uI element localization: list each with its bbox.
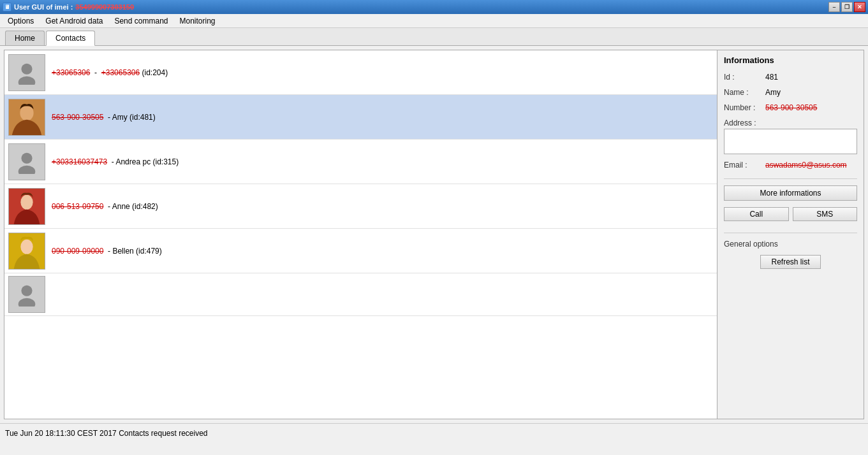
- info-address-box: [724, 129, 857, 154]
- divider: [724, 178, 857, 179]
- status-text: Tue Jun 20 18:11:30 CEST 2017 Contacts r…: [5, 429, 208, 438]
- avatar: [8, 276, 45, 313]
- menu-send-command[interactable]: Send command: [109, 15, 173, 27]
- info-id-label: Id :: [724, 73, 765, 82]
- svg-point-3: [20, 105, 33, 120]
- close-button[interactable]: ✕: [854, 2, 865, 12]
- info-email-row: Email : aswadams0@asus.com: [724, 161, 857, 170]
- contact-list-scroll[interactable]: +33065306 - +33065306 (id:204): [4, 50, 717, 419]
- avatar: [8, 54, 45, 91]
- main-content: +33065306 - +33065306 (id:204): [0, 46, 868, 423]
- info-panel: Informations Id : 481 Name : Amy Number …: [717, 50, 864, 419]
- menu-get-android-data[interactable]: Get Android data: [40, 15, 108, 27]
- app-icon: 🖥: [3, 3, 11, 11]
- contact-label: +303316037473 - Andrea pc (id:315): [52, 157, 179, 166]
- info-number-row: Number : 563-900-30505: [724, 103, 857, 112]
- svg-point-10: [20, 239, 33, 254]
- list-item[interactable]: 006-513-09750 - Anne (id:482): [4, 184, 717, 229]
- menu-options[interactable]: Options: [3, 15, 39, 27]
- title-label: User GUI of imei :: [14, 3, 73, 11]
- contact-label: 090-009-09000 - Bellen (id:479): [52, 247, 162, 256]
- menu-bar: Options Get Android data Send command Mo…: [0, 14, 868, 28]
- avatar: [8, 188, 45, 225]
- svg-point-5: [21, 152, 32, 163]
- amy-avatar-icon: [9, 99, 45, 135]
- info-name-value: Amy: [765, 88, 781, 97]
- minimize-button[interactable]: –: [828, 2, 840, 12]
- svg-point-1: [18, 76, 36, 84]
- info-number-value: 563-900-30505: [765, 103, 817, 112]
- menu-monitoring[interactable]: Monitoring: [174, 15, 220, 27]
- svg-point-6: [18, 165, 36, 173]
- list-item[interactable]: 563-900-30505 - Amy (id:481): [4, 95, 717, 140]
- restore-button[interactable]: ❐: [841, 2, 853, 12]
- more-info-button[interactable]: More informations: [724, 185, 857, 201]
- avatar: [8, 143, 45, 180]
- avatar: [8, 99, 45, 136]
- list-item[interactable]: +303316037473 - Andrea pc (id:315): [4, 140, 717, 184]
- info-address-row: Address :: [724, 119, 857, 154]
- avatar: [8, 233, 45, 270]
- info-panel-title: Informations: [724, 55, 857, 65]
- svg-point-12: [18, 298, 36, 307]
- list-item[interactable]: +33065306 - +33065306 (id:204): [4, 50, 717, 95]
- svg-point-11: [21, 285, 32, 296]
- contact-label: +33065306 - +33065306 (id:204): [52, 68, 168, 77]
- status-bar: Tue Jun 20 18:11:30 CEST 2017 Contacts r…: [0, 423, 868, 442]
- svg-point-8: [20, 194, 33, 209]
- title-text: 🖥 User GUI of imei : 354999007303150: [3, 3, 134, 11]
- title-bar: 🖥 User GUI of imei : 354999007303150 – ❐…: [0, 0, 868, 14]
- list-item[interactable]: 090-009-09000 - Bellen (id:479): [4, 229, 717, 273]
- bellen-avatar-icon: [9, 233, 45, 269]
- person-icon: [15, 150, 39, 174]
- info-address-label: Address :: [724, 119, 765, 127]
- contact-label: 563-900-30505 - Amy (id:481): [52, 113, 156, 122]
- info-email-label: Email :: [724, 161, 765, 170]
- title-imei: 354999007303150: [75, 3, 134, 11]
- tab-bar: Home Contacts: [0, 28, 868, 46]
- sms-button[interactable]: SMS: [793, 207, 858, 221]
- action-buttons: Call SMS: [724, 207, 857, 221]
- info-number-label: Number :: [724, 103, 765, 112]
- call-button[interactable]: Call: [724, 207, 789, 221]
- tab-home[interactable]: Home: [5, 31, 45, 45]
- window-controls: – ❐ ✕: [828, 2, 865, 12]
- divider2: [724, 233, 857, 233]
- info-name-row: Name : Amy: [724, 88, 857, 97]
- contact-label: 006-513-09750 - Anne (id:482): [52, 202, 158, 211]
- info-email-value: aswadams0@asus.com: [765, 161, 847, 170]
- person-icon: [15, 282, 39, 307]
- tab-contacts[interactable]: Contacts: [46, 31, 95, 46]
- contact-list-panel: +33065306 - +33065306 (id:204): [4, 50, 717, 419]
- person-icon: [15, 61, 39, 85]
- list-item[interactable]: [4, 273, 717, 316]
- info-id-row: Id : 481: [724, 73, 857, 82]
- general-options-title: General options: [724, 240, 857, 249]
- info-id-value: 481: [765, 73, 778, 82]
- svg-point-0: [21, 63, 32, 74]
- info-name-label: Name :: [724, 88, 765, 97]
- anne-avatar-icon: [9, 189, 45, 224]
- refresh-list-button[interactable]: Refresh list: [760, 255, 820, 269]
